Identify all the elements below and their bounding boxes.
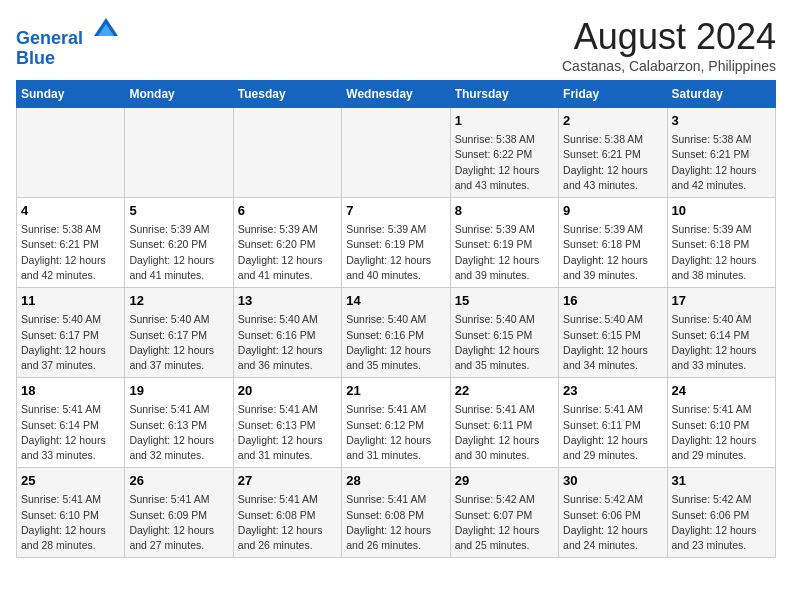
calendar-cell: 31Sunrise: 5:42 AM Sunset: 6:06 PM Dayli… bbox=[667, 468, 775, 558]
day-number: 28 bbox=[346, 472, 445, 490]
calendar-cell: 7Sunrise: 5:39 AM Sunset: 6:19 PM Daylig… bbox=[342, 198, 450, 288]
day-number: 10 bbox=[672, 202, 771, 220]
day-info: Sunrise: 5:40 AM Sunset: 6:17 PM Dayligh… bbox=[21, 312, 120, 373]
day-number: 13 bbox=[238, 292, 337, 310]
week-row-5: 25Sunrise: 5:41 AM Sunset: 6:10 PM Dayli… bbox=[17, 468, 776, 558]
calendar-cell: 2Sunrise: 5:38 AM Sunset: 6:21 PM Daylig… bbox=[559, 108, 667, 198]
weekday-header-saturday: Saturday bbox=[667, 81, 775, 108]
day-info: Sunrise: 5:40 AM Sunset: 6:16 PM Dayligh… bbox=[238, 312, 337, 373]
day-number: 20 bbox=[238, 382, 337, 400]
week-row-1: 1Sunrise: 5:38 AM Sunset: 6:22 PM Daylig… bbox=[17, 108, 776, 198]
day-info: Sunrise: 5:38 AM Sunset: 6:21 PM Dayligh… bbox=[21, 222, 120, 283]
day-info: Sunrise: 5:42 AM Sunset: 6:06 PM Dayligh… bbox=[672, 492, 771, 553]
day-number: 12 bbox=[129, 292, 228, 310]
day-number: 24 bbox=[672, 382, 771, 400]
day-info: Sunrise: 5:41 AM Sunset: 6:11 PM Dayligh… bbox=[455, 402, 554, 463]
calendar-cell: 3Sunrise: 5:38 AM Sunset: 6:21 PM Daylig… bbox=[667, 108, 775, 198]
calendar-cell: 23Sunrise: 5:41 AM Sunset: 6:11 PM Dayli… bbox=[559, 378, 667, 468]
calendar-cell: 18Sunrise: 5:41 AM Sunset: 6:14 PM Dayli… bbox=[17, 378, 125, 468]
calendar-cell: 5Sunrise: 5:39 AM Sunset: 6:20 PM Daylig… bbox=[125, 198, 233, 288]
weekday-header-wednesday: Wednesday bbox=[342, 81, 450, 108]
calendar-cell: 25Sunrise: 5:41 AM Sunset: 6:10 PM Dayli… bbox=[17, 468, 125, 558]
calendar-cell bbox=[342, 108, 450, 198]
day-info: Sunrise: 5:39 AM Sunset: 6:20 PM Dayligh… bbox=[129, 222, 228, 283]
day-number: 30 bbox=[563, 472, 662, 490]
logo-general: General bbox=[16, 28, 83, 48]
week-row-3: 11Sunrise: 5:40 AM Sunset: 6:17 PM Dayli… bbox=[17, 288, 776, 378]
day-info: Sunrise: 5:41 AM Sunset: 6:09 PM Dayligh… bbox=[129, 492, 228, 553]
day-info: Sunrise: 5:41 AM Sunset: 6:13 PM Dayligh… bbox=[238, 402, 337, 463]
day-info: Sunrise: 5:38 AM Sunset: 6:21 PM Dayligh… bbox=[672, 132, 771, 193]
calendar-cell: 27Sunrise: 5:41 AM Sunset: 6:08 PM Dayli… bbox=[233, 468, 341, 558]
day-number: 21 bbox=[346, 382, 445, 400]
calendar-cell: 15Sunrise: 5:40 AM Sunset: 6:15 PM Dayli… bbox=[450, 288, 558, 378]
calendar-cell: 11Sunrise: 5:40 AM Sunset: 6:17 PM Dayli… bbox=[17, 288, 125, 378]
calendar-cell: 6Sunrise: 5:39 AM Sunset: 6:20 PM Daylig… bbox=[233, 198, 341, 288]
day-number: 17 bbox=[672, 292, 771, 310]
day-info: Sunrise: 5:38 AM Sunset: 6:22 PM Dayligh… bbox=[455, 132, 554, 193]
day-info: Sunrise: 5:42 AM Sunset: 6:07 PM Dayligh… bbox=[455, 492, 554, 553]
weekday-header-monday: Monday bbox=[125, 81, 233, 108]
title-block: August 2024 Castanas, Calabarzon, Philip… bbox=[562, 16, 776, 74]
day-info: Sunrise: 5:41 AM Sunset: 6:11 PM Dayligh… bbox=[563, 402, 662, 463]
day-info: Sunrise: 5:40 AM Sunset: 6:15 PM Dayligh… bbox=[563, 312, 662, 373]
day-info: Sunrise: 5:42 AM Sunset: 6:06 PM Dayligh… bbox=[563, 492, 662, 553]
month-year: August 2024 bbox=[562, 16, 776, 58]
calendar-cell: 22Sunrise: 5:41 AM Sunset: 6:11 PM Dayli… bbox=[450, 378, 558, 468]
logo-icon bbox=[92, 16, 120, 44]
day-info: Sunrise: 5:38 AM Sunset: 6:21 PM Dayligh… bbox=[563, 132, 662, 193]
calendar-cell: 21Sunrise: 5:41 AM Sunset: 6:12 PM Dayli… bbox=[342, 378, 450, 468]
day-number: 27 bbox=[238, 472, 337, 490]
calendar-cell: 28Sunrise: 5:41 AM Sunset: 6:08 PM Dayli… bbox=[342, 468, 450, 558]
calendar-cell bbox=[17, 108, 125, 198]
weekday-header-sunday: Sunday bbox=[17, 81, 125, 108]
day-info: Sunrise: 5:40 AM Sunset: 6:16 PM Dayligh… bbox=[346, 312, 445, 373]
day-number: 23 bbox=[563, 382, 662, 400]
day-number: 6 bbox=[238, 202, 337, 220]
day-info: Sunrise: 5:40 AM Sunset: 6:14 PM Dayligh… bbox=[672, 312, 771, 373]
day-number: 29 bbox=[455, 472, 554, 490]
day-info: Sunrise: 5:41 AM Sunset: 6:10 PM Dayligh… bbox=[672, 402, 771, 463]
calendar-cell: 9Sunrise: 5:39 AM Sunset: 6:18 PM Daylig… bbox=[559, 198, 667, 288]
day-info: Sunrise: 5:40 AM Sunset: 6:15 PM Dayligh… bbox=[455, 312, 554, 373]
day-number: 16 bbox=[563, 292, 662, 310]
day-info: Sunrise: 5:41 AM Sunset: 6:14 PM Dayligh… bbox=[21, 402, 120, 463]
calendar-cell: 19Sunrise: 5:41 AM Sunset: 6:13 PM Dayli… bbox=[125, 378, 233, 468]
calendar-cell bbox=[233, 108, 341, 198]
weekday-header-friday: Friday bbox=[559, 81, 667, 108]
logo-blue: Blue bbox=[16, 49, 120, 69]
calendar-cell: 10Sunrise: 5:39 AM Sunset: 6:18 PM Dayli… bbox=[667, 198, 775, 288]
calendar-cell: 4Sunrise: 5:38 AM Sunset: 6:21 PM Daylig… bbox=[17, 198, 125, 288]
day-info: Sunrise: 5:41 AM Sunset: 6:08 PM Dayligh… bbox=[238, 492, 337, 553]
page-header: General Blue August 2024 Castanas, Calab… bbox=[16, 16, 776, 74]
week-row-4: 18Sunrise: 5:41 AM Sunset: 6:14 PM Dayli… bbox=[17, 378, 776, 468]
day-number: 31 bbox=[672, 472, 771, 490]
calendar-cell: 20Sunrise: 5:41 AM Sunset: 6:13 PM Dayli… bbox=[233, 378, 341, 468]
day-info: Sunrise: 5:41 AM Sunset: 6:13 PM Dayligh… bbox=[129, 402, 228, 463]
calendar-cell: 17Sunrise: 5:40 AM Sunset: 6:14 PM Dayli… bbox=[667, 288, 775, 378]
week-row-2: 4Sunrise: 5:38 AM Sunset: 6:21 PM Daylig… bbox=[17, 198, 776, 288]
weekday-header-row: SundayMondayTuesdayWednesdayThursdayFrid… bbox=[17, 81, 776, 108]
day-info: Sunrise: 5:41 AM Sunset: 6:10 PM Dayligh… bbox=[21, 492, 120, 553]
calendar-cell bbox=[125, 108, 233, 198]
calendar-cell: 8Sunrise: 5:39 AM Sunset: 6:19 PM Daylig… bbox=[450, 198, 558, 288]
day-number: 9 bbox=[563, 202, 662, 220]
day-number: 4 bbox=[21, 202, 120, 220]
calendar-cell: 12Sunrise: 5:40 AM Sunset: 6:17 PM Dayli… bbox=[125, 288, 233, 378]
calendar-cell: 30Sunrise: 5:42 AM Sunset: 6:06 PM Dayli… bbox=[559, 468, 667, 558]
logo: General Blue bbox=[16, 16, 120, 69]
day-number: 19 bbox=[129, 382, 228, 400]
logo-text: General bbox=[16, 16, 120, 49]
day-number: 1 bbox=[455, 112, 554, 130]
calendar-cell: 13Sunrise: 5:40 AM Sunset: 6:16 PM Dayli… bbox=[233, 288, 341, 378]
day-number: 5 bbox=[129, 202, 228, 220]
calendar-cell: 14Sunrise: 5:40 AM Sunset: 6:16 PM Dayli… bbox=[342, 288, 450, 378]
day-number: 14 bbox=[346, 292, 445, 310]
day-number: 22 bbox=[455, 382, 554, 400]
day-info: Sunrise: 5:41 AM Sunset: 6:08 PM Dayligh… bbox=[346, 492, 445, 553]
day-info: Sunrise: 5:39 AM Sunset: 6:19 PM Dayligh… bbox=[455, 222, 554, 283]
day-info: Sunrise: 5:41 AM Sunset: 6:12 PM Dayligh… bbox=[346, 402, 445, 463]
day-info: Sunrise: 5:40 AM Sunset: 6:17 PM Dayligh… bbox=[129, 312, 228, 373]
weekday-header-thursday: Thursday bbox=[450, 81, 558, 108]
day-number: 18 bbox=[21, 382, 120, 400]
